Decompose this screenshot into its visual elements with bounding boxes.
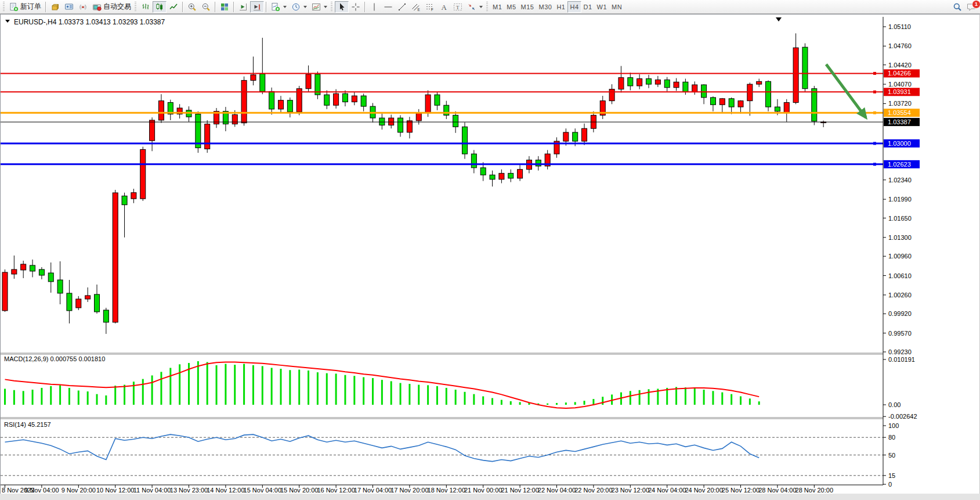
zoom-out-button[interactable] — [199, 1, 213, 13]
vertical-line-button[interactable] — [367, 1, 381, 13]
candle-body — [407, 121, 412, 132]
tf-d1-button[interactable]: D1 — [581, 1, 595, 13]
price-tick-label: 1.05110 — [888, 23, 911, 30]
zoom-in-button[interactable] — [185, 1, 199, 13]
price-tick-label: 1.00260 — [888, 292, 912, 298]
new-order-button[interactable]: 新订单 — [7, 1, 44, 13]
price-tick-label: 0.99920 — [888, 310, 912, 317]
tf-h1-button[interactable]: H1 — [554, 1, 567, 13]
price-tick-label: 1.01300 — [888, 234, 912, 241]
chart-menu-triangle-icon[interactable] — [5, 20, 10, 23]
dropdown-caret-icon[interactable] — [303, 6, 307, 8]
tile-windows-button[interactable] — [218, 1, 232, 13]
arrows-button[interactable] — [465, 1, 485, 13]
trend-arrow[interactable] — [826, 64, 866, 117]
chart-shift-marker-icon[interactable] — [776, 17, 782, 21]
candle-body — [508, 173, 513, 178]
tf-m5-label: M5 — [507, 3, 516, 10]
time-tick-label: 9 Nov 20:00 — [62, 487, 96, 494]
candle-body — [241, 80, 247, 123]
time-tick-label: 15 Nov 04:00 — [244, 487, 281, 494]
candle-body — [232, 114, 237, 124]
tf-m1-button[interactable]: M1 — [490, 1, 504, 13]
candle-body — [747, 84, 753, 101]
tf-m15-button[interactable]: M15 — [519, 1, 537, 13]
signals-icon — [78, 2, 88, 12]
price-tick-label: 1.04070 — [888, 81, 912, 88]
crosshair-icon — [351, 2, 360, 12]
search-button[interactable] — [950, 1, 964, 13]
new-order-icon — [9, 2, 19, 12]
hline-handle[interactable] — [873, 91, 876, 93]
dropdown-caret-icon[interactable] — [479, 6, 483, 8]
candle-body — [95, 294, 100, 312]
templates-button[interactable] — [309, 1, 330, 13]
dropdown-caret-icon[interactable] — [283, 6, 287, 8]
tf-m5-button[interactable]: M5 — [504, 1, 518, 13]
candle-body — [76, 299, 81, 308]
trend-line-button[interactable] — [395, 1, 409, 13]
chart-window[interactable]: 1.051101.047601.044201.040701.037201.023… — [0, 14, 980, 494]
text-label-button[interactable]: T — [451, 1, 465, 13]
time-tick-label: 22 Nov 04:00 — [538, 487, 576, 494]
tile-icon — [220, 2, 229, 12]
candle-body — [609, 89, 614, 101]
price-chart[interactable]: 1.051101.047601.044201.040701.037201.023… — [1, 15, 979, 494]
candle-body — [279, 100, 284, 109]
time-tick-label: 21 Nov 00:00 — [464, 487, 502, 494]
horizontal-line-button[interactable] — [381, 1, 395, 13]
tf-h4-button[interactable]: H4 — [567, 1, 581, 13]
time-tick-label: 10 Nov 12:00 — [96, 487, 134, 494]
svg-text:1.03931: 1.03931 — [888, 88, 911, 95]
tf-w1-button[interactable]: W1 — [595, 1, 610, 13]
time-tick-label: 17 Nov 20:00 — [390, 487, 428, 494]
notifications-button[interactable]: 1 — [964, 1, 978, 13]
autotrading-button[interactable]: 自动交易 — [90, 1, 133, 13]
cursor-button[interactable] — [335, 1, 349, 13]
chart-shift-button[interactable] — [250, 1, 264, 13]
tf-m30-button[interactable]: M30 — [536, 1, 554, 13]
price-level-badge: 1.02623 — [884, 160, 920, 168]
candle-body — [287, 100, 292, 112]
equidistant-channel-button[interactable]: E — [409, 1, 423, 13]
market-watch-button[interactable] — [48, 1, 62, 13]
toolbar-grip — [331, 2, 332, 12]
hline-handle[interactable] — [873, 72, 876, 75]
hline-handle[interactable] — [873, 163, 876, 166]
time-tick-label: 25 Nov 12:00 — [722, 487, 760, 494]
clock-icon — [291, 2, 301, 12]
periods-button[interactable] — [289, 1, 309, 13]
candle-body — [683, 82, 688, 92]
rsi-indicator: 1008050150RSI(14) 45.2157 — [1, 421, 899, 488]
time-axis[interactable]: 8 Nov 20229 Nov 04:009 Nov 20:0010 Nov 1… — [2, 485, 833, 494]
vline-icon — [370, 2, 379, 12]
tf-w1-label: W1 — [597, 3, 607, 10]
tf-h1-label: H1 — [556, 3, 565, 10]
time-tick-label: 14 Nov 12:00 — [207, 487, 244, 494]
dropdown-caret-icon[interactable] — [324, 6, 327, 8]
signals-button[interactable] — [76, 1, 90, 13]
candlestick-chart-button[interactable] — [153, 1, 167, 13]
time-tick-label: 11 Nov 04:00 — [133, 487, 171, 494]
autoscroll-icon — [238, 2, 248, 12]
svg-text:A: A — [442, 2, 447, 11]
candle-body — [251, 75, 256, 81]
hline-handle[interactable] — [873, 142, 876, 145]
bar-chart-button[interactable] — [139, 1, 153, 13]
crosshair-button[interactable] — [349, 1, 363, 13]
time-tick-label: 21 Nov 12:00 — [501, 487, 538, 494]
new-chart-button[interactable] — [269, 1, 289, 13]
terminal-button[interactable] — [62, 1, 76, 13]
tf-mn-button[interactable]: MN — [609, 1, 624, 13]
text-button[interactable]: A — [437, 1, 451, 13]
rsi-axis-label: 100 — [888, 422, 899, 429]
hline-handle[interactable] — [873, 111, 876, 114]
pane-separators — [1, 353, 883, 485]
fibonacci-button[interactable]: F — [423, 1, 437, 13]
line-chart-button[interactable] — [167, 1, 180, 13]
time-tick-label: 18 Nov 12:00 — [428, 487, 465, 494]
candle-body — [518, 170, 523, 178]
auto-scroll-button[interactable] — [236, 1, 250, 13]
hline-icon — [384, 2, 393, 12]
toolbar-grip — [3, 2, 5, 12]
